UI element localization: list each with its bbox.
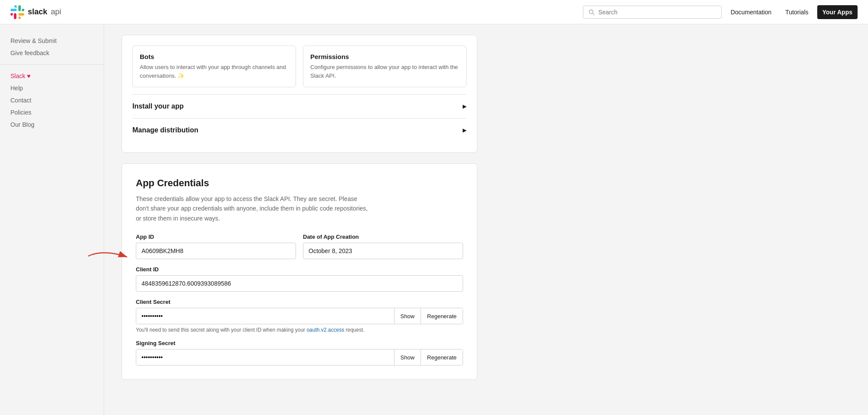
feature-cards-row: Bots Allow users to interact with your a… [132,46,467,87]
sidebar-item-help[interactable]: Help [0,82,104,94]
sidebar-item-our-blog[interactable]: Our Blog [0,119,104,131]
credentials-card: App Credentials These credentials allow … [122,163,477,380]
install-app-row[interactable]: Install your app ▶ [132,94,467,118]
slack-logo-icon [10,5,24,19]
client-secret-helper: You'll need to send this secret along wi… [136,327,463,333]
client-secret-show-button[interactable]: Show [394,308,421,324]
install-app-chevron-icon: ▶ [463,103,467,109]
signing-secret-field-wrapper: Show Regenerate [136,349,463,366]
signing-secret-show-button[interactable]: Show [394,349,421,365]
date-input[interactable] [303,243,463,259]
bots-title: Bots [140,53,289,60]
client-secret-regenerate-button[interactable]: Regenerate [421,308,463,324]
logo: slack api [10,5,61,19]
page-wrapper: Review & Submit Give feedback Slack ♥ He… [0,24,868,415]
header: slack api Documentation Tutorials Your A… [0,0,868,24]
client-secret-label: Client Secret [136,299,463,305]
manage-distribution-chevron-icon: ▶ [463,127,467,133]
credentials-description: These credentials allow your app to acce… [136,194,370,223]
manage-distribution-row[interactable]: Manage distribution ▶ [132,118,467,142]
sidebar-item-policies[interactable]: Policies [0,106,104,119]
logo-text: slack [28,7,47,16]
signing-secret-input[interactable] [136,349,394,365]
sidebar-item-slack-brand[interactable]: Slack ♥ [0,70,104,82]
main-content: Bots Allow users to interact with your a… [104,24,495,415]
oauth-link[interactable]: oauth.v2.access [306,327,344,333]
permissions-title: Permissions [310,53,459,60]
svg-line-1 [593,13,595,15]
logo-suffix: api [51,7,61,16]
date-group: Date of App Creation [303,234,463,259]
client-secret-input[interactable] [136,308,394,324]
arrow-annotation-icon [84,247,132,265]
client-id-label: Client ID [136,266,463,273]
sidebar-item-give-feedback[interactable]: Give feedback [0,47,104,59]
permissions-description: Configure permissions to allow your app … [310,63,459,80]
bots-description: Allow users to interact with your app th… [140,63,289,80]
features-card: Bots Allow users to interact with your a… [122,35,477,153]
nav-documentation[interactable]: Documentation [725,5,776,19]
app-id-date-row: App ID Date of App Creation [136,234,463,259]
client-secret-field-wrapper: Show Regenerate [136,308,463,324]
header-nav: Documentation Tutorials Your Apps [583,5,858,19]
search-input[interactable] [598,9,716,16]
manage-distribution-label: Manage distribution [132,126,198,134]
app-id-input[interactable] [136,243,296,259]
app-id-group: App ID [136,234,296,259]
nav-your-apps[interactable]: Your Apps [817,5,858,19]
nav-tutorials[interactable]: Tutorials [780,5,814,19]
signing-secret-regenerate-button[interactable]: Regenerate [421,349,463,365]
bots-feature-card[interactable]: Bots Allow users to interact with your a… [132,46,296,87]
date-label: Date of App Creation [303,234,463,240]
client-id-input[interactable] [136,275,463,292]
client-secret-group: Client Secret Show Regenerate You'll nee… [136,299,463,333]
sidebar-item-review-submit[interactable]: Review & Submit [0,35,104,47]
search-container[interactable] [583,6,722,19]
sidebar-divider [0,64,104,65]
search-icon [589,9,595,15]
sidebar-item-contact[interactable]: Contact [0,94,104,106]
app-id-label: App ID [136,234,296,240]
sidebar: Review & Submit Give feedback Slack ♥ He… [0,24,104,415]
install-app-label: Install your app [132,102,184,110]
signing-secret-group: Signing Secret Show Regenerate [136,340,463,366]
client-id-group: Client ID [136,266,463,292]
credentials-title: App Credentials [136,178,463,189]
signing-secret-label: Signing Secret [136,340,463,346]
permissions-feature-card[interactable]: Permissions Configure permissions to all… [303,46,467,87]
